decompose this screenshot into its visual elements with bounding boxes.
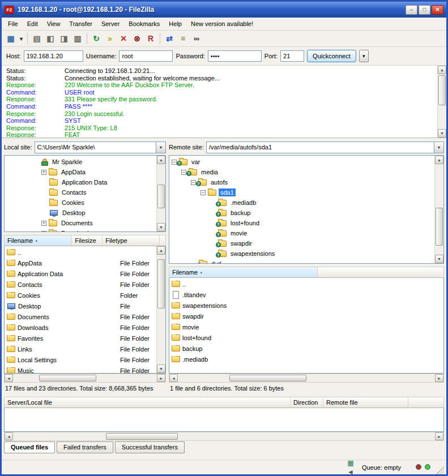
message-log-toggle-icon[interactable]: ▤ xyxy=(30,32,44,45)
menu-item-help[interactable]: Help xyxy=(164,19,186,29)
collapse-minus-icon[interactable]: − xyxy=(181,170,186,175)
tree-item-dvd[interactable]: ?dvd xyxy=(169,259,433,264)
vertical-scrollbar[interactable]: ▲▼ xyxy=(156,246,165,373)
vertical-scrollbar[interactable]: ▲▼ xyxy=(437,66,446,138)
collapse-minus-icon[interactable]: − xyxy=(200,190,206,195)
vertical-scrollbar[interactable]: ▲▼ xyxy=(156,156,165,231)
tab-failed-transfers[interactable]: Failed transfers xyxy=(57,441,113,453)
minimize-button[interactable]: – xyxy=(406,5,417,15)
file-row-item[interactable]: .. xyxy=(169,278,443,289)
resize-grip[interactable] xyxy=(436,466,444,474)
scroll-thumb[interactable] xyxy=(157,185,165,208)
scroll-track[interactable] xyxy=(13,432,435,440)
file-row-item[interactable]: .. xyxy=(5,247,156,258)
maximize-button[interactable]: □ xyxy=(419,5,430,15)
remote-site-combobox[interactable]: /var/media/autofs/sda1 ▼ xyxy=(206,141,444,153)
tree-item-contacts[interactable]: Contacts xyxy=(5,187,155,198)
tab-queued-files[interactable]: Queued files xyxy=(4,441,55,453)
scroll-down-icon[interactable]: ▼ xyxy=(435,255,443,263)
file-row-mediadb[interactable]: .mediadb xyxy=(169,354,443,364)
file-row-lost-found[interactable]: lost+found xyxy=(169,332,443,343)
quickconnect-dropdown-icon[interactable]: ▾ xyxy=(359,50,369,62)
process-queue-icon[interactable]: » xyxy=(103,32,117,45)
host-input[interactable] xyxy=(24,50,83,62)
tree-item-swapdir[interactable]: ?swapdir xyxy=(169,238,433,248)
password-input[interactable] xyxy=(208,50,262,62)
menu-item-bookmarks[interactable]: Bookmarks xyxy=(124,19,164,29)
remote-tree-toggle-icon[interactable]: ◨ xyxy=(57,32,71,45)
combo-dropdown-icon[interactable]: ▼ xyxy=(156,142,165,153)
scroll-thumb[interactable] xyxy=(157,259,165,308)
port-input[interactable] xyxy=(280,50,304,62)
expand-plus-icon[interactable]: + xyxy=(41,221,46,226)
tree-item-desktop[interactable]: Desktop xyxy=(5,208,155,218)
column-header-filesize[interactable]: Filesize xyxy=(72,235,103,246)
tree-item-backup[interactable]: ?backup xyxy=(169,208,433,218)
file-row-titandev[interactable]: .titandev xyxy=(169,289,443,300)
scroll-down-icon[interactable]: ▼ xyxy=(157,364,165,373)
tab-successful-transfers[interactable]: Successful transfers xyxy=(115,441,185,453)
tree-item-media[interactable]: −?media xyxy=(169,167,433,177)
menu-item-transfer[interactable]: Transfer xyxy=(65,19,97,29)
expand-plus-icon[interactable]: + xyxy=(41,231,46,233)
file-row-swapextensions[interactable]: swapextensions xyxy=(169,300,443,311)
tree-item-documents[interactable]: +Documents xyxy=(5,218,155,228)
tree-item-swapextensions[interactable]: ?swapextensions xyxy=(169,248,433,259)
scroll-track[interactable] xyxy=(157,164,165,223)
menu-item-edit[interactable]: Edit xyxy=(23,19,42,29)
file-row-backup[interactable]: backup xyxy=(169,343,443,354)
tree-item-autofs[interactable]: −?autofs xyxy=(169,177,433,187)
tree-item-cookies[interactable]: Cookies xyxy=(5,198,155,208)
file-row-downloads[interactable]: DownloadsFile Folder xyxy=(5,322,156,333)
file-row-documents[interactable]: DocumentsFile Folder xyxy=(5,311,156,322)
file-row-contacts[interactable]: ContactsFile Folder xyxy=(5,279,156,290)
scroll-track[interactable] xyxy=(178,374,435,382)
file-row-cookies[interactable]: CookiesFolder xyxy=(5,290,156,301)
column-header-filename[interactable]: Filename▲ xyxy=(169,267,318,277)
tree-item-application-data[interactable]: Application Data xyxy=(5,177,155,187)
tree-item-movie[interactable]: ?movie xyxy=(169,228,433,238)
local-tree-toggle-icon[interactable]: ◧ xyxy=(44,32,57,45)
menu-item-view[interactable]: View xyxy=(42,19,65,29)
menu-item-new-version-available[interactable]: New version available! xyxy=(186,19,258,29)
column-header-filetype[interactable]: Filetype xyxy=(103,235,160,246)
refresh-icon[interactable]: ↻ xyxy=(89,32,103,45)
scroll-track[interactable] xyxy=(13,374,157,382)
tree-item-mr-sparkle[interactable]: Mr Sparkle xyxy=(5,157,155,167)
file-row-appdata[interactable]: AppDataFile Folder xyxy=(5,258,156,268)
close-button[interactable]: ✕ xyxy=(432,5,443,15)
column-header-direction[interactable]: Direction xyxy=(291,397,323,408)
horizontal-scrollbar[interactable]: ◄► xyxy=(4,374,166,383)
menu-item-server[interactable]: Server xyxy=(97,19,124,29)
tree-item-sda1[interactable]: −sda1 xyxy=(169,187,433,198)
scroll-right-icon[interactable]: ► xyxy=(435,432,443,440)
directory-comparison-icon[interactable]: ≡ xyxy=(176,32,190,45)
file-row-music[interactable]: MusicFile Folder xyxy=(5,365,156,374)
column-header-remote-file[interactable]: Remote file xyxy=(323,397,408,408)
scroll-thumb[interactable] xyxy=(106,433,178,440)
scroll-thumb[interactable] xyxy=(436,208,443,246)
tree-item-var[interactable]: −?var xyxy=(169,157,433,167)
vertical-scrollbar[interactable]: ▲▼ xyxy=(434,156,443,263)
collapse-minus-icon[interactable]: − xyxy=(172,160,177,165)
tree-item-mediadb[interactable]: ?.mediadb xyxy=(169,198,433,208)
scroll-left-icon[interactable]: ◄ xyxy=(169,374,178,382)
scroll-up-icon[interactable]: ▲ xyxy=(157,156,165,164)
sync-browsing-icon[interactable]: ⇄ xyxy=(163,32,176,45)
scroll-right-icon[interactable]: ► xyxy=(435,374,443,382)
file-row-swapdir[interactable]: swapdir xyxy=(169,311,443,321)
scroll-track[interactable] xyxy=(435,164,443,255)
file-row-application-data[interactable]: Application DataFile Folder xyxy=(5,268,156,279)
reconnect-icon[interactable]: R xyxy=(144,32,157,45)
site-manager-icon[interactable]: ▦ xyxy=(4,32,18,45)
scroll-right-icon[interactable]: ► xyxy=(157,374,165,382)
scroll-up-icon[interactable]: ▲ xyxy=(438,66,446,74)
combo-dropdown-icon[interactable]: ▼ xyxy=(434,142,443,153)
file-row-desktop[interactable]: DesktopFile xyxy=(5,301,156,311)
tree-item-appdata[interactable]: +AppData xyxy=(5,167,155,177)
scroll-down-icon[interactable]: ▼ xyxy=(157,223,165,231)
collapse-minus-icon[interactable]: − xyxy=(191,180,196,185)
cancel-icon[interactable]: ✕ xyxy=(117,32,130,45)
column-header-filename[interactable]: Filename▲ xyxy=(5,235,72,246)
scroll-track[interactable] xyxy=(157,255,165,364)
